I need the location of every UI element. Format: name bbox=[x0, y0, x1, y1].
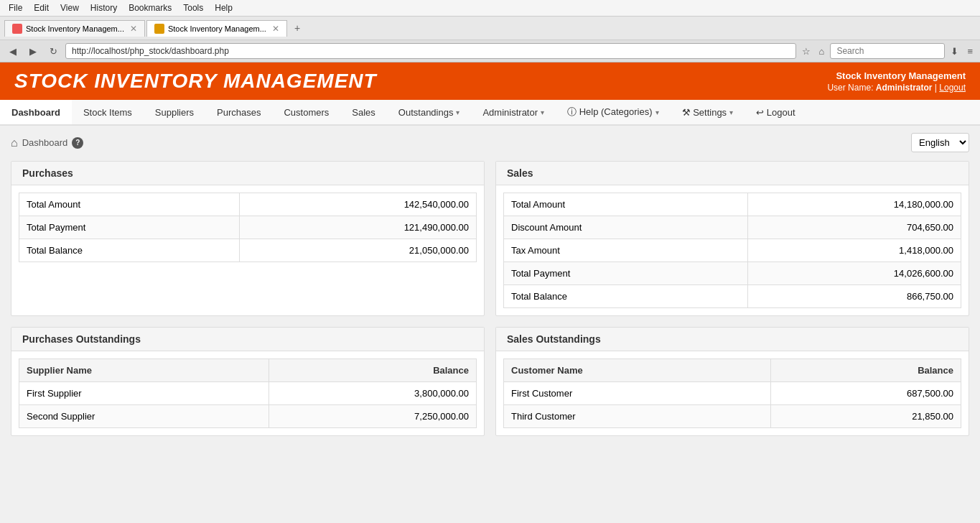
purchases-outstandings-card: Purchases Outstandings Supplier Name Bal… bbox=[11, 327, 485, 436]
supplier-name-0: First Supplier bbox=[19, 382, 269, 405]
sales-card-title: Sales bbox=[496, 162, 969, 185]
nav-help[interactable]: ⓘ Help (Categories) ▾ bbox=[556, 100, 671, 124]
menu-tools[interactable]: Tools bbox=[177, 1, 209, 14]
home-icon[interactable]: ⌂ bbox=[11, 136, 18, 149]
menu-bar: File Edit View History Bookmarks Tools H… bbox=[0, 0, 980, 17]
breadcrumb-text: Dashboard bbox=[22, 137, 68, 148]
tab2-close[interactable]: ✕ bbox=[272, 24, 279, 34]
table-row: Total Amount 14,180,000.00 bbox=[504, 193, 961, 216]
purchases-value-0: 142,540,000.00 bbox=[239, 193, 476, 216]
app-title: STOCK INVENTORY MANAGEMENT bbox=[14, 70, 377, 93]
nav-sales[interactable]: Sales bbox=[340, 100, 387, 124]
user-name: Administrator bbox=[876, 83, 933, 93]
logout-link[interactable]: Logout bbox=[939, 83, 966, 93]
table-row: Total Payment 14,026,600.00 bbox=[504, 262, 961, 285]
sales-card-body: Total Amount 14,180,000.00 Discount Amou… bbox=[496, 185, 969, 315]
language-dropdown[interactable]: English French Spanish bbox=[912, 134, 969, 152]
nav-customers[interactable]: Customers bbox=[272, 100, 340, 124]
sales-outstandings-card: Sales Outstandings Customer Name Balance… bbox=[495, 327, 969, 436]
home-button[interactable]: ⌂ bbox=[816, 45, 828, 58]
system-name: Stock Inventory Management bbox=[827, 70, 966, 81]
url-bar[interactable] bbox=[65, 43, 796, 59]
menu-file[interactable]: File bbox=[3, 1, 28, 14]
table-row: Total Amount 142,540,000.00 bbox=[19, 193, 477, 216]
purchases-value-2: 21,050,000.00 bbox=[239, 239, 476, 262]
language-selector[interactable]: English French Spanish bbox=[911, 133, 969, 152]
tab1-label: Stock Inventory Managem... bbox=[26, 24, 124, 33]
sales-label-1: Discount Amount bbox=[504, 216, 748, 239]
browser-tab-2[interactable]: Stock Inventory Managem... ✕ bbox=[146, 20, 287, 37]
sales-outstandings-table: Customer Name Balance First Customer 687… bbox=[503, 358, 961, 428]
refresh-button[interactable]: ↻ bbox=[45, 44, 62, 59]
supplier-balance-1: 7,250,000.00 bbox=[269, 405, 476, 428]
sales-value-1: 704,650.00 bbox=[748, 216, 961, 239]
nav-stock-items[interactable]: Stock Items bbox=[72, 100, 144, 124]
col-customer-balance: Balance bbox=[770, 359, 961, 382]
purchases-value-1: 121,490,000.00 bbox=[239, 216, 476, 239]
menu-help[interactable]: Help bbox=[209, 1, 238, 14]
menu-edit[interactable]: Edit bbox=[28, 1, 55, 14]
sales-table: Total Amount 14,180,000.00 Discount Amou… bbox=[503, 193, 961, 308]
col-supplier-balance: Balance bbox=[269, 359, 476, 382]
user-label: User Name: bbox=[827, 83, 873, 93]
table-row: Discount Amount 704,650.00 bbox=[504, 216, 961, 239]
supplier-name-1: Second Supplier bbox=[19, 405, 269, 428]
purchases-outstandings-table: Supplier Name Balance First Supplier 3,8… bbox=[19, 358, 477, 428]
nav-bar: Dashboard Stock Items Suppliers Purchase… bbox=[0, 100, 980, 126]
sales-label-0: Total Amount bbox=[504, 193, 748, 216]
sales-card: Sales Total Amount 14,180,000.00 Discoun… bbox=[495, 161, 969, 316]
tab1-close[interactable]: ✕ bbox=[130, 24, 137, 34]
tab2-icon bbox=[154, 24, 164, 34]
table-row: Total Balance 866,750.00 bbox=[504, 285, 961, 308]
top-cards: Purchases Total Amount 142,540,000.00 To… bbox=[11, 161, 969, 316]
nav-purchases[interactable]: Purchases bbox=[205, 100, 272, 124]
help-caret: ▾ bbox=[655, 108, 659, 116]
purchases-table: Total Amount 142,540,000.00 Total Paymen… bbox=[19, 193, 477, 262]
sales-value-0: 14,180,000.00 bbox=[748, 193, 961, 216]
sales-label-4: Total Balance bbox=[504, 285, 748, 308]
purchases-outstandings-body: Supplier Name Balance First Supplier 3,8… bbox=[11, 351, 484, 435]
tab2-label: Stock Inventory Managem... bbox=[168, 24, 266, 33]
nav-suppliers[interactable]: Suppliers bbox=[144, 100, 205, 124]
nav-settings[interactable]: ⚒ Settings ▾ bbox=[671, 100, 745, 124]
purchases-card-body: Total Amount 142,540,000.00 Total Paymen… bbox=[11, 185, 484, 269]
browser-tab-1[interactable]: Stock Inventory Managem... ✕ bbox=[4, 20, 145, 37]
tab1-icon bbox=[12, 24, 22, 34]
sales-value-4: 866,750.00 bbox=[748, 285, 961, 308]
forward-button[interactable]: ▶ bbox=[24, 44, 42, 59]
menu-history[interactable]: History bbox=[85, 1, 123, 14]
admin-caret: ▾ bbox=[541, 108, 544, 116]
new-tab-button[interactable]: + bbox=[289, 19, 306, 37]
download-button[interactable]: ⬇ bbox=[948, 45, 961, 58]
browser-toolbar: ◀ ▶ ↻ ☆ ⌂ ⬇ ≡ bbox=[0, 40, 980, 63]
sales-outstandings-body: Customer Name Balance First Customer 687… bbox=[496, 351, 969, 435]
nav-outstandings[interactable]: Outstandings ▾ bbox=[387, 100, 472, 124]
nav-dashboard[interactable]: Dashboard bbox=[0, 98, 72, 124]
sales-value-2: 1,418,000.00 bbox=[748, 239, 961, 262]
purchases-card: Purchases Total Amount 142,540,000.00 To… bbox=[11, 161, 485, 316]
browser-search[interactable] bbox=[830, 43, 945, 59]
purchases-card-title: Purchases bbox=[11, 162, 484, 185]
table-header-row: Customer Name Balance bbox=[504, 359, 961, 382]
breadcrumb-row: ⌂ Dashboard ? English French Spanish bbox=[11, 133, 969, 152]
back-button[interactable]: ◀ bbox=[4, 44, 22, 59]
breadcrumb: ⌂ Dashboard ? bbox=[11, 136, 83, 149]
customer-name-0: First Customer bbox=[504, 382, 771, 405]
menu-view[interactable]: View bbox=[55, 1, 85, 14]
nav-administrator[interactable]: Administrator ▾ bbox=[471, 100, 556, 124]
nav-logout[interactable]: ↩ Logout bbox=[745, 100, 806, 124]
menu-button[interactable]: ≡ bbox=[964, 45, 976, 58]
customer-name-1: Third Customer bbox=[504, 405, 771, 428]
sales-outstandings-title: Sales Outstandings bbox=[496, 328, 969, 351]
table-row: Total Payment 121,490,000.00 bbox=[19, 216, 477, 239]
help-badge: ? bbox=[72, 137, 83, 149]
user-line: User Name: Administrator | Logout bbox=[827, 83, 966, 93]
table-header-row: Supplier Name Balance bbox=[19, 359, 477, 382]
bottom-cards: Purchases Outstandings Supplier Name Bal… bbox=[11, 327, 969, 436]
user-info: Stock Inventory Management User Name: Ad… bbox=[827, 70, 966, 93]
sales-label-3: Total Payment bbox=[504, 262, 748, 285]
customer-balance-1: 21,850.00 bbox=[770, 405, 961, 428]
bookmark-button[interactable]: ☆ bbox=[799, 45, 813, 58]
purchases-label-2: Total Balance bbox=[19, 239, 240, 262]
menu-bookmarks[interactable]: Bookmarks bbox=[123, 1, 177, 14]
